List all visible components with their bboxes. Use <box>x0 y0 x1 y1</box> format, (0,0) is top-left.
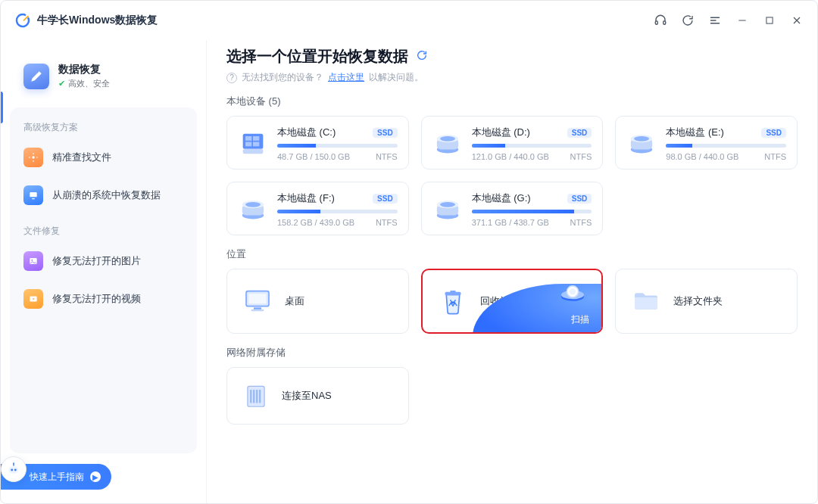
section-location-title: 位置 <box>226 247 798 261</box>
nav-label: 修复无法打开的视频 <box>52 292 141 306</box>
section-local-title: 本地设备 (5) <box>226 95 798 108</box>
disk-icon <box>238 129 268 159</box>
nas-card[interactable]: 连接至NAS <box>226 367 409 425</box>
headset-icon[interactable] <box>654 14 667 27</box>
device-card[interactable]: 本地磁盘 (E:)SSD98.0 GB / 440.0 GBNTFS <box>615 116 798 170</box>
nav-item-precise-search[interactable]: 精准查找文件 <box>14 138 192 176</box>
device-filesystem: NTFS <box>376 218 398 227</box>
app-title: 牛学长Windows数据恢复 <box>37 14 158 27</box>
folder-icon <box>629 285 663 318</box>
location-label: 选择文件夹 <box>673 294 723 308</box>
usage-progress <box>666 144 786 148</box>
sidebar-menu-box: 高级恢复方案 精准查找文件 从崩溃的系统中恢复数据 文件修复 修复无法打开的图片 <box>10 107 197 453</box>
location-card-choose-folder[interactable]: 选择文件夹 <box>615 269 798 334</box>
nav-item-repair-video[interactable]: 修复无法打开的视频 <box>14 280 192 318</box>
device-info: 本地磁盘 (D:)SSD121.0 GB / 440.0 GBNTFS <box>472 126 592 161</box>
page-title-row: 选择一个位置开始恢复数据 <box>226 46 798 67</box>
tools-icon <box>23 64 49 89</box>
hero-subtitle: ✔ 高效、安全 <box>58 78 110 89</box>
nav-label: 从崩溃的系统中恢复数据 <box>52 188 161 202</box>
main: 选择一个位置开始恢复数据 ? 无法找到您的设备？ 点击这里 以解决问题。 本地设… <box>207 40 817 503</box>
disk-icon <box>432 129 463 159</box>
svg-point-10 <box>14 468 17 471</box>
sidebar-hero-card[interactable]: 数据恢复 ✔ 高效、安全 <box>13 52 194 100</box>
svg-rect-44 <box>250 390 251 403</box>
usage-progress <box>277 210 398 213</box>
sidebar: 数据恢复 ✔ 高效、安全 高级恢复方案 精准查找文件 从崩溃的系统中恢复数据 <box>1 40 207 503</box>
device-name: 本地磁盘 (F:) <box>277 191 335 205</box>
location-label: 桌面 <box>285 294 304 308</box>
location-card-recycle-bin[interactable]: 回收站 扫描 <box>421 269 604 334</box>
svg-rect-13 <box>245 136 251 141</box>
titlebar-left: 牛学长Windows数据恢复 <box>14 12 158 29</box>
hero-subtitle-text: 高效、安全 <box>68 78 110 89</box>
device-name: 本地磁盘 (G:) <box>472 191 531 205</box>
shield-check-icon: ✔ <box>58 79 65 89</box>
menu-icon[interactable] <box>708 14 722 27</box>
svg-rect-15 <box>245 142 251 147</box>
nav-item-repair-image[interactable]: 修复无法打开的图片 <box>14 242 192 280</box>
svg-point-11 <box>13 462 14 464</box>
scan-button-label[interactable]: 扫描 <box>571 313 589 326</box>
svg-point-29 <box>245 202 261 207</box>
titlebar: 牛学长Windows数据恢复 <box>1 1 817 40</box>
maximize-icon[interactable] <box>763 14 776 27</box>
quick-guide-label: 快速上手指南 <box>30 471 84 484</box>
svg-rect-1 <box>663 21 666 25</box>
help-icon[interactable]: ? <box>226 73 237 83</box>
quick-guide-button[interactable]: 快速上手指南 ▶ <box>1 464 111 490</box>
device-card[interactable]: 本地磁盘 (G:)SSD371.1 GB / 438.7 GBNTFS <box>421 182 604 235</box>
device-name: 本地磁盘 (D:) <box>472 126 530 139</box>
monitor-icon <box>23 185 43 205</box>
magnifier-icon <box>557 278 588 308</box>
close-icon[interactable] <box>790 14 804 27</box>
svg-point-9 <box>11 468 13 471</box>
nav-label: 修复无法打开的图片 <box>52 254 141 268</box>
disk-icon <box>238 194 268 225</box>
svg-rect-12 <box>243 134 264 149</box>
refresh-icon[interactable] <box>416 49 428 64</box>
svg-rect-2 <box>766 17 773 23</box>
device-info: 本地磁盘 (E:)SSD98.0 GB / 440.0 GBNTFS <box>666 126 786 161</box>
svg-point-25 <box>634 136 649 142</box>
ssd-badge: SSD <box>567 194 592 204</box>
subtitle-pre: 无法找到您的设备？ <box>242 71 323 84</box>
minimize-icon[interactable] <box>735 14 749 27</box>
target-icon <box>23 148 43 167</box>
ssd-badge: SSD <box>567 128 592 138</box>
nav-item-crash-recovery[interactable]: 从崩溃的系统中恢复数据 <box>14 176 192 214</box>
device-card[interactable]: 本地磁盘 (F:)SSD158.2 GB / 439.0 GBNTFS <box>226 182 409 235</box>
image-icon <box>23 251 43 271</box>
app-logo-icon <box>14 12 31 29</box>
ssd-badge: SSD <box>373 194 398 204</box>
disk-icon <box>432 194 463 225</box>
svg-rect-36 <box>254 307 261 310</box>
subtitle-link[interactable]: 点击这里 <box>328 71 364 84</box>
ssd-badge: SSD <box>761 128 786 138</box>
device-card[interactable]: 本地磁盘 (D:)SSD121.0 GB / 440.0 GBNTFS <box>421 116 604 170</box>
svg-point-6 <box>31 260 33 261</box>
svg-rect-37 <box>251 310 264 312</box>
subtitle-post: 以解决问题。 <box>369 71 423 84</box>
device-usage: 48.7 GB / 150.0 GB <box>277 152 350 161</box>
subtitle-row: ? 无法找到您的设备？ 点击这里 以解决问题。 <box>226 71 798 84</box>
titlebar-right <box>654 14 804 27</box>
nas-label: 连接至NAS <box>282 389 332 403</box>
nav-label: 精准查找文件 <box>52 151 111 164</box>
device-name: 本地磁盘 (C:) <box>277 126 336 139</box>
device-usage: 98.0 GB / 440.0 GB <box>666 152 738 161</box>
usage-progress <box>472 210 592 213</box>
device-card[interactable]: 本地磁盘 (C:)SSD48.7 GB / 150.0 GBNTFS <box>226 116 409 170</box>
device-filesystem: NTFS <box>570 218 592 227</box>
section-repair-label: 文件修复 <box>14 222 192 242</box>
desktop-icon <box>241 285 274 318</box>
device-filesystem: NTFS <box>570 152 592 161</box>
location-card-desktop[interactable]: 桌面 <box>226 269 409 334</box>
svg-rect-45 <box>253 390 254 403</box>
svg-rect-17 <box>243 149 264 154</box>
device-usage: 371.1 GB / 438.7 GB <box>472 218 549 227</box>
update-icon[interactable] <box>681 14 695 27</box>
svg-rect-14 <box>253 136 259 141</box>
device-usage: 158.2 GB / 439.0 GB <box>277 218 354 227</box>
usage-progress <box>472 144 592 148</box>
